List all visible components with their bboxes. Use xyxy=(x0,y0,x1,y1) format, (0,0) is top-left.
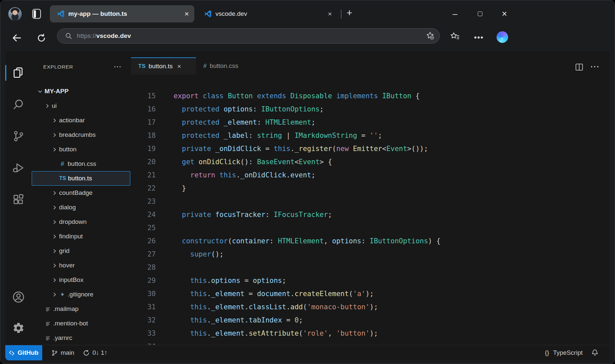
sync-icon xyxy=(83,349,90,356)
favorites-star-icon xyxy=(450,31,460,41)
code-line: 34 xyxy=(131,340,610,345)
tree-item-actionbar[interactable]: actionbar xyxy=(32,113,131,128)
refresh-button[interactable] xyxy=(35,31,48,45)
editor-area: TS button.ts × # button.css ··· 15export… xyxy=(131,51,610,345)
line-number: 23 xyxy=(131,197,156,205)
sidebar-item-explorer[interactable] xyxy=(11,65,26,81)
editor-tab-button-ts[interactable]: TS button.ts × xyxy=(131,57,196,75)
copilot-button[interactable] xyxy=(497,31,508,43)
sync-counts: 0↓ 1↑ xyxy=(92,349,107,356)
code-text: constructor(container: HTMLElement, opti… xyxy=(174,237,440,245)
split-editor-icon[interactable] xyxy=(575,63,583,71)
tree-item-ui[interactable]: ui xyxy=(32,99,131,113)
tree-item-label: MY-APP xyxy=(45,88,69,95)
remote-indicator[interactable]: GitHub xyxy=(5,345,42,361)
ts-file-icon: TS xyxy=(58,175,67,181)
chevron-right-icon xyxy=(51,219,58,225)
code-text: return this._onDidClick.event; xyxy=(174,171,315,179)
browser-more-button[interactable]: ••• xyxy=(474,33,484,42)
tree-item-hover[interactable]: hover xyxy=(32,258,131,273)
sidebar-item-extensions[interactable] xyxy=(11,192,26,207)
chevron-right-icon xyxy=(44,103,51,109)
vscode-app: EXPLORER ··· MY-APPuiactionbarbreadcrumb… xyxy=(5,51,610,360)
line-number: 25 xyxy=(131,224,156,232)
status-bar: GitHub main 0↓ 1↑ {} TypeScript xyxy=(5,345,610,360)
tree-item-breadcrumbs[interactable]: breadcrumbs xyxy=(32,128,131,142)
tree-item-dropdown[interactable]: dropdown xyxy=(32,215,131,229)
explorer-more-icon[interactable]: ··· xyxy=(114,63,122,71)
sidebar-item-search[interactable] xyxy=(11,97,26,112)
address-bar[interactable]: https://vscode.dev xyxy=(57,28,440,44)
code-line: 20 get onDidClick(): BaseEvent<Event> { xyxy=(131,155,610,168)
new-tab-button[interactable]: + xyxy=(343,6,355,19)
editor-tab-label: button.css xyxy=(210,62,239,70)
tree-item-grid[interactable]: grid xyxy=(32,244,131,258)
browser-window: my-app — button.ts × vscode.dev × + – × … xyxy=(0,0,615,364)
tree-item-gitignore[interactable]: .gitignore xyxy=(32,287,131,302)
file-icon xyxy=(44,321,52,326)
code-text: this._element.tabIndex = 0; xyxy=(174,316,303,324)
chevron-right-icon xyxy=(51,190,58,196)
bell-icon xyxy=(591,349,599,356)
tree-item-button.css[interactable]: #button.css xyxy=(32,157,131,171)
extensions-icon xyxy=(12,193,25,206)
bookmark-star-icon[interactable] xyxy=(426,31,434,41)
tab-divider xyxy=(341,10,341,18)
editor-tab-close-icon[interactable]: × xyxy=(177,63,181,70)
tree-item-yarnrc[interactable]: .yarnrc xyxy=(32,331,131,345)
file-icon xyxy=(44,335,52,341)
ellipsis-icon: ••• xyxy=(474,33,484,42)
browser-tab-my-app[interactable]: my-app — button.ts × xyxy=(50,5,194,22)
tree-item-mention-bot[interactable]: .mention-bot xyxy=(32,316,131,331)
tree-item-button.ts[interactable]: TSbutton.ts xyxy=(32,171,130,186)
back-button[interactable] xyxy=(10,31,23,45)
tree-item-label: .mailmap xyxy=(53,305,79,313)
tree-item-button[interactable]: button xyxy=(32,142,131,157)
line-number: 24 xyxy=(131,211,156,219)
window-maximize-button[interactable] xyxy=(473,7,487,21)
line-number: 20 xyxy=(131,158,156,166)
tree-item-dialog[interactable]: dialog xyxy=(32,200,131,215)
chevron-right-icon xyxy=(51,205,58,210)
editor-more-icon[interactable]: ··· xyxy=(591,63,600,71)
code-text: private _onDidClick = this._register(new… xyxy=(174,145,428,153)
sidebar-item-source-control[interactable] xyxy=(11,128,26,144)
settings-button[interactable] xyxy=(11,320,26,336)
line-number: 31 xyxy=(131,303,156,311)
code-editor[interactable]: 15export class Button extends Disposable… xyxy=(131,75,610,345)
workspaces-icon[interactable] xyxy=(32,9,41,19)
tree-item-label: button xyxy=(59,146,77,153)
tree-item-inputbox[interactable]: inputBox xyxy=(32,273,131,287)
browser-tab-title: my-app — button.ts xyxy=(68,10,127,17)
account-button[interactable] xyxy=(11,289,26,305)
tree-item-label: .mention-bot xyxy=(53,320,88,327)
tree-item-findinput[interactable]: findinput xyxy=(32,229,131,244)
line-number: 26 xyxy=(131,237,156,245)
code-text: protected options: IButtonOptions; xyxy=(174,105,324,113)
profile-avatar[interactable] xyxy=(8,7,22,21)
tree-item-my-app[interactable]: MY-APP xyxy=(32,84,131,99)
git-branch-icon xyxy=(12,130,25,142)
tab-close-icon[interactable]: × xyxy=(185,10,189,18)
files-icon xyxy=(12,66,25,79)
tree-item-mailmap[interactable]: .mailmap xyxy=(32,302,131,316)
tree-item-countbadge[interactable]: countBadge xyxy=(32,186,131,200)
window-minimize-button[interactable]: – xyxy=(448,7,462,21)
line-number: 21 xyxy=(131,171,156,179)
line-number: 19 xyxy=(131,145,156,153)
chevron-right-icon xyxy=(51,234,58,239)
window-close-button[interactable]: × xyxy=(497,7,512,21)
sidebar-item-run-debug[interactable] xyxy=(11,160,26,176)
editor-tab-button-css[interactable]: # button.css xyxy=(196,57,266,75)
tree-item-label: ui xyxy=(52,102,57,109)
code-line: 32 this._element.tabIndex = 0; xyxy=(131,314,610,327)
tab-close-icon[interactable]: × xyxy=(328,10,332,18)
browser-tab-vscode-dev[interactable]: vscode.dev × xyxy=(197,5,338,22)
code-text: this._element.setAttribute('role', 'butt… xyxy=(174,329,378,337)
notifications-button[interactable] xyxy=(591,349,599,356)
favorites-button[interactable] xyxy=(450,31,460,41)
language-indicator[interactable]: {} TypeScript xyxy=(545,349,583,356)
sync-indicator[interactable]: 0↓ 1↑ xyxy=(83,349,107,356)
branch-indicator[interactable]: main xyxy=(51,349,74,356)
file-icon xyxy=(44,306,52,312)
